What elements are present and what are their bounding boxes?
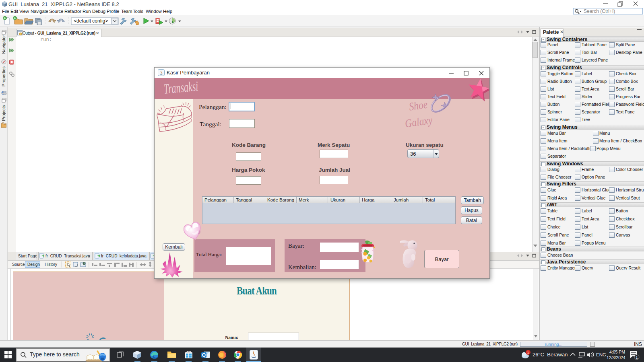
svg-text:ENG: ENG <box>596 352 606 357</box>
svg-text:1: 1 <box>527 351 529 355</box>
svg-text:1: 1 <box>636 355 638 360</box>
svg-text:<default config>: <default config> <box>74 18 108 24</box>
